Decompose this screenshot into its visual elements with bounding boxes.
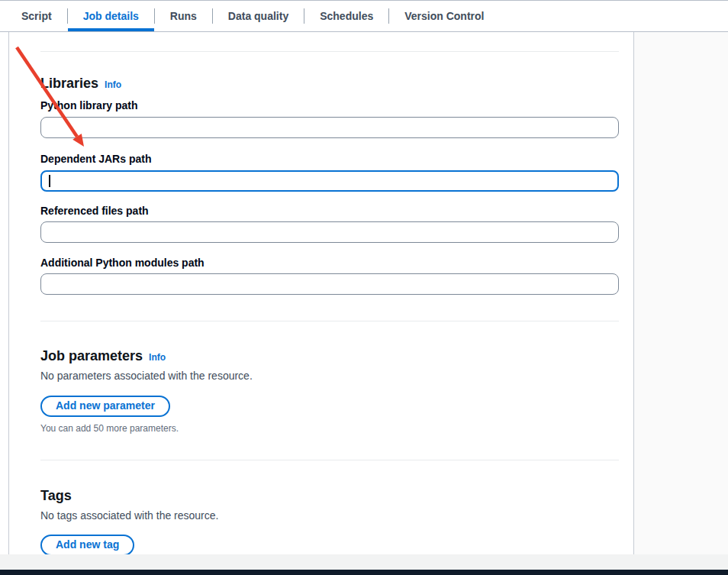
tab-label: Job details: [83, 10, 139, 22]
console-footer-bar: [0, 570, 728, 575]
tags-title: Tags: [40, 487, 72, 504]
tab-label: Script: [21, 10, 52, 22]
tab-label: Runs: [170, 10, 197, 22]
section-divider: [40, 321, 619, 321]
main-content-row: Libraries Info Python library path Depen…: [0, 32, 728, 554]
tab-label: Schedules: [320, 10, 373, 22]
python-library-path-label: Python library path: [40, 99, 618, 112]
tab-script[interactable]: Script: [6, 1, 67, 31]
tab-label: Version Control: [404, 10, 484, 22]
tab-schedules[interactable]: Schedules: [304, 1, 388, 31]
text-cursor: [49, 175, 50, 187]
libraries-title: Libraries: [40, 75, 98, 92]
tab-job-details[interactable]: Job details: [68, 1, 154, 31]
job-parameters-title: Job parameters: [40, 347, 143, 364]
python-library-path-input[interactable]: [40, 117, 619, 138]
additional-python-modules-path-input[interactable]: [40, 273, 619, 295]
job-parameters-empty-text: No parameters associated with the resour…: [40, 369, 618, 383]
add-new-tag-button[interactable]: Add new tag: [40, 535, 134, 554]
active-tab-underline: [68, 28, 154, 31]
referenced-files-path-input[interactable]: [40, 221, 619, 243]
additional-python-modules-path-label: Additional Python modules path: [40, 257, 618, 270]
libraries-info-link[interactable]: Info: [105, 79, 121, 90]
job-parameters-info-link[interactable]: Info: [149, 352, 166, 363]
tab-version-control[interactable]: Version Control: [389, 1, 499, 31]
job-parameters-section: Job parameters Info No parameters associ…: [40, 347, 618, 434]
dependent-jars-path-input[interactable]: [40, 170, 619, 192]
tags-section: Tags No tags associated with the resourc…: [40, 487, 618, 554]
referenced-files-path-label: Referenced files path: [40, 205, 618, 218]
job-parameters-helper-text: You can add 50 more parameters.: [40, 423, 618, 434]
tags-empty-text: No tags associated with the resource.: [40, 509, 618, 522]
section-divider: [40, 460, 619, 460]
right-gutter: [634, 32, 728, 554]
bottom-strip: [0, 554, 728, 570]
libraries-section: Libraries Info Python library path Depen…: [40, 75, 618, 295]
section-divider: [40, 51, 619, 52]
job-details-panel: Libraries Info Python library path Depen…: [8, 32, 634, 554]
tab-bar: Script Job details Runs Data quality Sch…: [0, 0, 728, 32]
tab-data-quality[interactable]: Data quality: [213, 1, 304, 31]
tab-label: Data quality: [228, 10, 288, 22]
dependent-jars-path-label: Dependent JARs path: [40, 153, 618, 166]
tab-runs[interactable]: Runs: [155, 1, 212, 31]
add-new-parameter-button[interactable]: Add new parameter: [40, 396, 170, 417]
